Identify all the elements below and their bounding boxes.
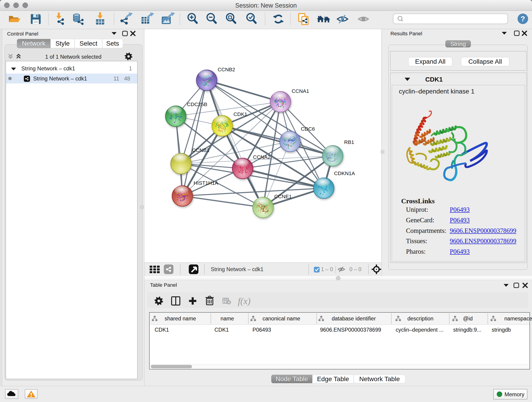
svg-text:CCNA2: CCNA2 [253,154,270,160]
svg-text:0 – 0: 0 – 0 [349,266,361,272]
svg-text:CDK1: CDK1 [234,111,247,117]
svg-text:1 – 0: 1 – 0 [321,266,333,272]
svg-text:CCNA1: CCNA1 [292,88,309,94]
svg-text:database identifier: database identifier [332,316,376,322]
svg-text:@id: @id [463,316,473,322]
svg-text:namespace: namespace [504,316,532,322]
svg-text:?: ? [520,15,525,23]
svg-text:description: description [407,316,433,322]
svg-text:CDC6: CDC6 [301,126,315,132]
svg-text:CDKN1A: CDKN1A [334,171,355,176]
svg-text:CDC25B: CDC25B [187,102,207,107]
svg-text:HIST1H1A: HIST1H1A [194,180,218,186]
svg-text:RB1: RB1 [344,139,354,145]
svg-text:CCNB1: CCNB1 [192,147,209,153]
svg-text:CCNE1: CCNE1 [274,194,292,199]
svg-text:CCNB2: CCNB2 [218,67,235,72]
svg-text:shared name: shared name [165,316,196,322]
svg-text:name: name [221,316,234,322]
svg-text:f(x): f(x) [238,296,251,306]
svg-text:canonical name: canonical name [263,316,300,322]
svg-text:String Network – cdk1: String Network – cdk1 [211,266,264,272]
